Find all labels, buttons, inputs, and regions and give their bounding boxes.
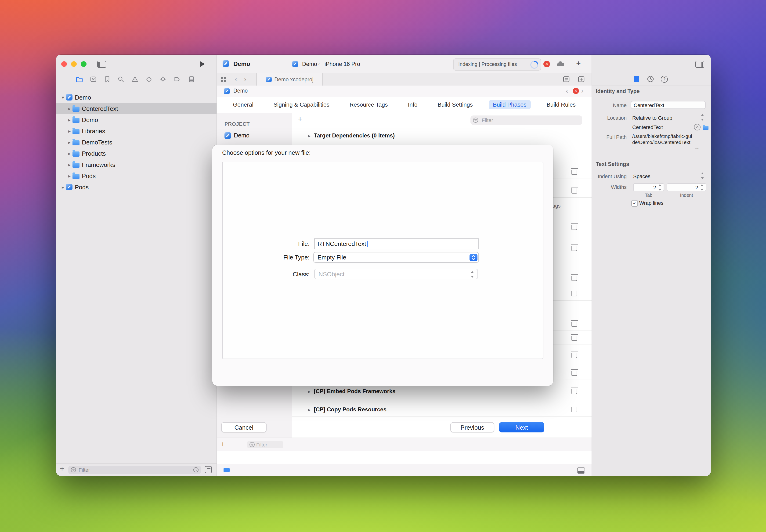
scheme-selector[interactable]: Demo bbox=[302, 61, 317, 67]
indent-using-popup[interactable]: Spaces bbox=[633, 173, 650, 179]
run-button[interactable] bbox=[200, 61, 205, 67]
editor-options-icon[interactable] bbox=[563, 76, 570, 82]
name-field[interactable]: CenteredText bbox=[631, 101, 706, 109]
remove-button[interactable]: − bbox=[231, 440, 235, 448]
tree-item-centeredtext[interactable]: ▸ CenteredText bbox=[56, 103, 216, 114]
help-inspector-icon[interactable]: ? bbox=[661, 76, 668, 83]
chevron-right-icon[interactable]: ▸ bbox=[66, 151, 72, 156]
issue-previous-icon[interactable]: ‹ bbox=[566, 87, 568, 94]
library-add-icon[interactable]: + bbox=[576, 59, 581, 68]
search-icon[interactable] bbox=[117, 76, 124, 83]
activity-viewer[interactable]: Indexing | Processing files bbox=[453, 58, 541, 71]
breakpoints-toggle-icon[interactable] bbox=[223, 468, 230, 472]
file-inspector-icon[interactable] bbox=[634, 76, 639, 82]
stepper-icon[interactable] bbox=[701, 114, 705, 121]
tab-build-settings[interactable]: Build Settings bbox=[434, 100, 477, 109]
trash-icon[interactable] bbox=[572, 246, 577, 251]
location-popup[interactable]: Relative to Group bbox=[632, 115, 672, 121]
tab-resource-tags[interactable]: Resource Tags bbox=[345, 100, 392, 109]
toggle-inspector-icon[interactable] bbox=[695, 61, 704, 68]
tab-info[interactable]: Info bbox=[404, 100, 422, 109]
add-build-phase-button[interactable]: + bbox=[298, 115, 302, 123]
close-button[interactable] bbox=[61, 61, 67, 67]
chevron-right-icon[interactable]: ▸ bbox=[60, 184, 66, 190]
tree-item-demotests[interactable]: ▸ DemoTests bbox=[56, 137, 216, 148]
tree-item-products[interactable]: ▸ Products bbox=[56, 148, 216, 159]
add-editor-icon[interactable] bbox=[578, 76, 585, 82]
tab-general[interactable]: General bbox=[229, 100, 258, 109]
stepper-icon[interactable] bbox=[700, 184, 704, 191]
back-icon[interactable]: ‹ bbox=[235, 75, 237, 83]
trash-icon[interactable] bbox=[572, 322, 577, 327]
chevron-right-icon[interactable]: ▸ bbox=[66, 128, 72, 133]
previous-button[interactable]: Previous bbox=[450, 422, 494, 432]
phases-filter-field[interactable]: Filter bbox=[471, 115, 582, 125]
tree-item-pods-project[interactable]: ▸ Pods bbox=[56, 181, 216, 193]
tree-item-pods-folder[interactable]: ▸ Pods bbox=[56, 170, 216, 181]
source-control-icon[interactable] bbox=[90, 76, 97, 83]
minimize-button[interactable] bbox=[71, 61, 77, 67]
project-filter-field[interactable]: Filter bbox=[247, 441, 283, 448]
test-navigator-icon[interactable] bbox=[145, 76, 152, 83]
reset-location-icon[interactable]: ✕ bbox=[694, 124, 701, 130]
trash-icon[interactable] bbox=[572, 291, 577, 296]
tree-item-demo-project[interactable]: ▾ Demo bbox=[56, 92, 216, 103]
file-name-input[interactable]: RTNCenteredText bbox=[314, 238, 479, 249]
chevron-down-icon[interactable]: ▾ bbox=[60, 95, 66, 100]
navigator-filter-field[interactable]: Filter bbox=[68, 466, 201, 474]
trash-icon[interactable] bbox=[572, 407, 577, 412]
chevron-right-icon[interactable]: ▸ bbox=[66, 117, 72, 122]
chevron-right-icon[interactable]: ▸ bbox=[66, 162, 72, 167]
error-count-badge[interactable]: ✕ bbox=[543, 61, 550, 67]
choose-folder-icon[interactable] bbox=[703, 126, 709, 130]
tab-demo-xcodeproj[interactable]: Demo.xcodeproj bbox=[256, 73, 323, 86]
zoom-button[interactable] bbox=[81, 61, 86, 67]
jumpbar-item[interactable]: Demo bbox=[233, 88, 248, 93]
history-inspector-icon[interactable] bbox=[647, 76, 654, 82]
chevron-right-icon[interactable]: ▸ bbox=[306, 133, 312, 138]
chevron-right-icon[interactable]: ▸ bbox=[306, 389, 312, 394]
tree-item-demo[interactable]: ▸ Demo bbox=[56, 114, 216, 125]
phase-embed-pods-frameworks[interactable]: ▸ [CP] Embed Pods Frameworks bbox=[292, 385, 592, 398]
tab-build-rules[interactable]: Build Rules bbox=[542, 100, 580, 109]
trash-icon[interactable] bbox=[572, 170, 577, 175]
tab-build-phases[interactable]: Build Phases bbox=[489, 100, 531, 109]
cancel-button[interactable]: Cancel bbox=[221, 422, 266, 432]
stepper-icon[interactable] bbox=[658, 184, 662, 191]
tree-item-frameworks[interactable]: ▸ Frameworks bbox=[56, 159, 216, 170]
forward-icon[interactable]: › bbox=[244, 75, 246, 83]
chevron-right-icon[interactable]: ▸ bbox=[66, 106, 72, 111]
add-button[interactable]: + bbox=[221, 440, 225, 448]
issue-next-icon[interactable]: › bbox=[581, 87, 583, 94]
trash-icon[interactable] bbox=[572, 336, 577, 341]
trash-icon[interactable] bbox=[572, 389, 577, 394]
chevron-right-icon[interactable]: ▸ bbox=[66, 140, 72, 145]
debug-navigator-icon[interactable] bbox=[159, 76, 166, 83]
issue-navigator-icon[interactable] bbox=[131, 76, 138, 83]
file-type-popup[interactable]: Empty File bbox=[313, 252, 479, 263]
next-button[interactable]: Next bbox=[499, 422, 544, 432]
add-file-button[interactable]: + bbox=[60, 465, 64, 473]
recents-clock-icon[interactable] bbox=[193, 467, 199, 473]
debug-area-toggle-icon[interactable] bbox=[577, 467, 585, 474]
phase-target-dependencies[interactable]: ▸ Target Dependencies (0 items) bbox=[292, 129, 592, 142]
tab-signing-capabilities[interactable]: Signing & Capabilities bbox=[269, 100, 334, 109]
indent-width-stepper[interactable]: 2 bbox=[667, 183, 706, 191]
source-control-filter-icon[interactable] bbox=[205, 466, 212, 473]
xcode-cloud-icon[interactable] bbox=[557, 61, 565, 67]
tab-width-stepper[interactable]: 2 bbox=[633, 183, 664, 191]
trash-icon[interactable] bbox=[572, 276, 577, 281]
report-navigator-icon[interactable] bbox=[188, 76, 195, 83]
bookmark-icon[interactable] bbox=[104, 76, 111, 83]
toggle-navigator-icon[interactable] bbox=[97, 61, 106, 68]
run-destination-selector[interactable]: iPhone 16 Pro bbox=[324, 61, 360, 67]
chevron-right-icon[interactable]: ▸ bbox=[66, 173, 72, 178]
trash-icon[interactable] bbox=[572, 371, 577, 376]
error-badge[interactable]: ✕ bbox=[573, 88, 579, 94]
project-list-item-demo[interactable]: Demo bbox=[224, 132, 249, 139]
breakpoint-navigator-icon[interactable] bbox=[173, 76, 180, 83]
related-items-grid-icon[interactable] bbox=[220, 76, 226, 82]
trash-icon[interactable] bbox=[572, 353, 577, 358]
chevron-right-icon[interactable]: ▸ bbox=[306, 407, 312, 412]
class-popup[interactable]: NSObject bbox=[314, 269, 478, 279]
